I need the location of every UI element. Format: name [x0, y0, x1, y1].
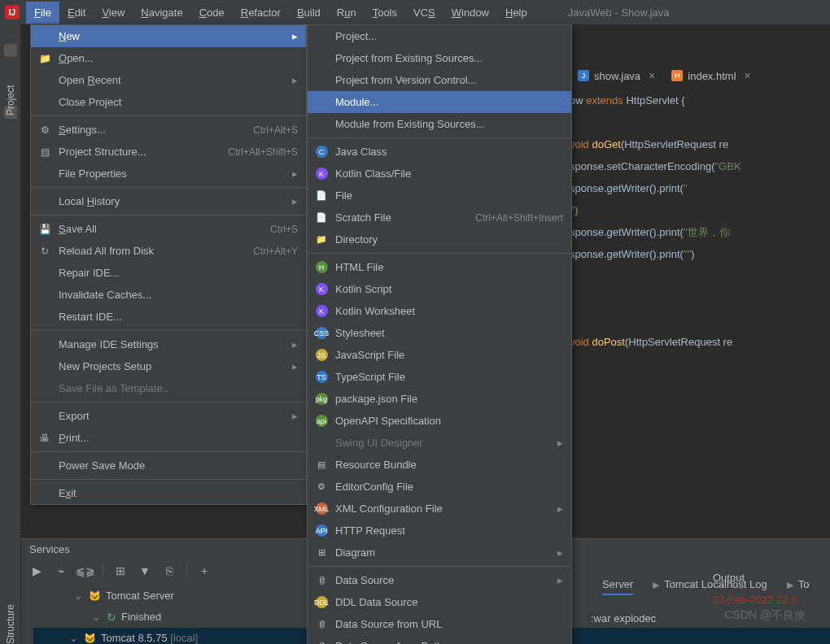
chevron-down-icon[interactable]: ⌄	[92, 607, 102, 628]
menu-item-code[interactable]: Code	[191, 2, 233, 24]
file-menu-print-[interactable]: 🖶Print...	[31, 427, 306, 449]
menu-item-run[interactable]: Run	[329, 2, 365, 24]
menu-item-icon: ▤	[37, 146, 52, 159]
menu-item-window[interactable]: Window	[443, 2, 497, 24]
file-menu-new[interactable]: New▸	[31, 25, 306, 47]
services-tab-server[interactable]: Server	[602, 575, 633, 595]
new-menu-directory[interactable]: 📁Directory	[308, 228, 571, 250]
menu-item-help[interactable]: Help	[497, 2, 535, 24]
window-title: JavaWeb - Show.java	[568, 7, 670, 19]
file-menu-manage-ide-settings[interactable]: Manage IDE Settings▸	[31, 333, 306, 355]
project-icon[interactable]	[4, 44, 17, 57]
file-menu-power-save-mode[interactable]: Power Save Mode	[31, 455, 306, 476]
new-menu-openapi-specification[interactable]: apiOpenAPI Specification	[308, 410, 571, 432]
run-button[interactable]: ▶	[29, 564, 44, 578]
file-menu-dropdown: New▸📁Open...Open Recent▸Close Project⚙Se…	[30, 24, 307, 505]
new-menu-java-class[interactable]: CJava Class	[308, 141, 571, 163]
structure-label[interactable]: Structure	[5, 603, 16, 644]
file-menu-close-project[interactable]: Close Project	[31, 91, 306, 113]
file-menu-save-all[interactable]: 💾Save AllCtrl+S	[31, 218, 306, 240]
tool-button-3[interactable]: ⎘	[162, 564, 177, 578]
new-menu-resource-bundle[interactable]: ▤Resource Bundle	[308, 454, 571, 476]
new-menu-kotlin-class-file[interactable]: KKotlin Class/File	[308, 163, 571, 185]
code-editor[interactable]: ow extends HttpServlet { void doGet(Http…	[570, 89, 830, 353]
tool-button-2[interactable]: ⊞	[113, 564, 128, 578]
new-menu-data-source-from-url[interactable]: 🛢Data Source from URL	[308, 613, 571, 635]
menu-item-icon	[314, 437, 329, 450]
file-menu-exit[interactable]: Exit	[31, 482, 306, 504]
new-menu-project-[interactable]: Project...	[308, 25, 571, 47]
file-menu-local-history[interactable]: Local History▸	[31, 190, 306, 212]
menu-item-icon: DDL	[314, 596, 329, 609]
new-menu-ddl-data-source[interactable]: DDLDDL Data Source	[308, 591, 571, 613]
debug-button[interactable]: ⌁	[54, 564, 68, 578]
chevron-down-icon[interactable]: ⌄	[74, 585, 84, 607]
menu-item-vcs[interactable]: VCS	[405, 2, 443, 24]
menu-item-build[interactable]: Build	[289, 2, 329, 24]
new-menu-xml-configuration-file[interactable]: XMLXML Configuration File▸	[308, 498, 571, 520]
menu-item-label: Stylesheet	[335, 327, 563, 339]
file-menu-project-structure-[interactable]: ▤Project Structure...Ctrl+Alt+Shift+S	[31, 141, 306, 163]
menubar: IJ FileEditViewNavigateCodeRefactorBuild…	[0, 0, 830, 24]
close-icon[interactable]: ×	[745, 69, 751, 82]
new-submenu: Project...Project from Existing Sources.…	[307, 24, 572, 644]
new-menu-project-from-existing-sources-[interactable]: Project from Existing Sources...	[308, 47, 571, 69]
menu-item-tools[interactable]: Tools	[365, 2, 405, 24]
new-menu-stylesheet[interactable]: CSSStylesheet	[308, 322, 571, 344]
menu-item-label: Data Source from URL	[335, 618, 563, 630]
menu-item-label: Swing UI Designer	[335, 437, 553, 449]
file-menu-repair-ide-[interactable]: Repair IDE...	[31, 262, 306, 284]
new-menu-html-file[interactable]: HHTML File	[308, 256, 571, 278]
menu-item-icon: API	[314, 524, 329, 537]
add-button[interactable]: +	[197, 564, 212, 578]
menu-item-label: package.json File	[335, 393, 563, 405]
new-menu-scratch-file[interactable]: 📄Scratch FileCtrl+Alt+Shift+Insert	[308, 207, 571, 228]
file-menu-restart-ide-[interactable]: Restart IDE...	[31, 306, 306, 328]
new-menu-module-[interactable]: Module...	[308, 91, 571, 113]
new-menu-javascript-file[interactable]: JSJavaScript File	[308, 344, 571, 366]
file-menu-open-recent[interactable]: Open Recent▸	[31, 69, 306, 91]
new-menu-project-from-version-control-[interactable]: Project from Version Control...	[308, 69, 571, 91]
tab-label: index.html	[688, 70, 736, 82]
menu-item-label: Exit	[59, 487, 298, 499]
file-menu-invalidate-caches-[interactable]: Invalidate Caches...	[31, 284, 306, 306]
new-menu-diagram[interactable]: ⊞Diagram▸	[308, 542, 571, 564]
new-menu-module-from-existing-sources-[interactable]: Module from Existing Sources...	[308, 113, 571, 135]
file-menu-export[interactable]: Export▸	[31, 405, 306, 427]
menu-item-icon: ↻	[37, 245, 52, 258]
editor-tab-0[interactable]: Jshow.java×	[570, 66, 663, 85]
file-menu-settings-[interactable]: ⚙Settings...Ctrl+Alt+S	[31, 119, 306, 141]
chevron-right-icon: ▸	[557, 437, 563, 449]
menu-item-edit[interactable]: Edit	[59, 2, 94, 24]
filter-button[interactable]: ▼	[138, 564, 152, 578]
menu-item-icon	[37, 382, 52, 395]
editor-tab-1[interactable]: Hindex.html×	[663, 66, 758, 85]
project-label[interactable]: Project	[5, 75, 16, 115]
new-menu-data-source-from-path[interactable]: 🛢Data Source from Path	[308, 635, 571, 644]
new-menu-package-json-file[interactable]: pkgpackage.json File	[308, 388, 571, 410]
menu-item-icon	[37, 459, 52, 472]
file-menu-reload-all-from-disk[interactable]: ↻Reload All from DiskCtrl+Alt+Y	[31, 240, 306, 262]
menu-item-view[interactable]: View	[94, 2, 133, 24]
menu-item-refactor[interactable]: Refactor	[233, 2, 289, 24]
file-menu-file-properties[interactable]: File Properties▸	[31, 163, 306, 185]
new-menu-kotlin-script[interactable]: KKotlin Script	[308, 278, 571, 300]
tool-button-1[interactable]: ⫹⫺	[78, 564, 93, 578]
timestamp-text: 23-Feb-2022 22:3	[713, 594, 797, 606]
menu-item-icon	[37, 96, 52, 109]
new-menu-http-request[interactable]: APIHTTP Request	[308, 520, 571, 542]
file-menu-new-projects-setup[interactable]: New Projects Setup▸	[31, 355, 306, 377]
new-menu-data-source[interactable]: 🛢Data Source▸	[308, 569, 571, 591]
close-icon[interactable]: ×	[649, 69, 655, 82]
shortcut-text: Ctrl+Alt+S	[253, 124, 298, 136]
new-menu-file[interactable]: 📄File	[308, 185, 571, 207]
menu-item-file[interactable]: File	[26, 2, 59, 24]
new-menu-typescript-file[interactable]: TSTypeScript File	[308, 366, 571, 388]
chevron-down-icon[interactable]: ⌄	[69, 628, 79, 644]
menu-item-icon	[314, 96, 329, 109]
menu-item-label: Local History	[59, 195, 287, 207]
file-menu-open-[interactable]: 📁Open...	[31, 47, 306, 69]
menu-item-navigate[interactable]: Navigate	[133, 2, 190, 24]
new-menu-editorconfig-file[interactable]: ⚙EditorConfig File	[308, 476, 571, 498]
new-menu-kotlin-worksheet[interactable]: KKotlin Worksheet	[308, 300, 571, 322]
